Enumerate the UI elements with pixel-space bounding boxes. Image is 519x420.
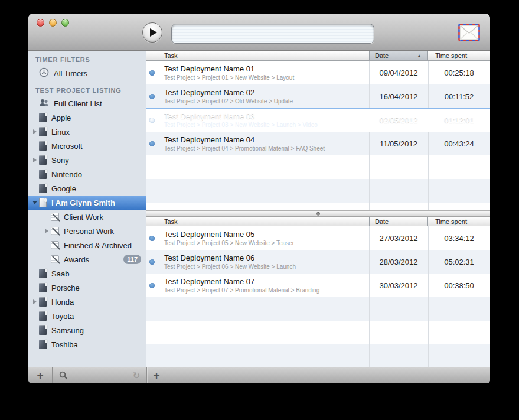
status-dot-icon: [149, 236, 155, 241]
magnifier-icon: [59, 371, 68, 380]
disclosure-collapsed-icon[interactable]: [33, 299, 37, 304]
empty-rows: [146, 297, 490, 367]
status-dot-icon: [149, 118, 155, 123]
table-row-selected[interactable]: Test Deployment Name 03 Test Project > P…: [146, 108, 490, 132]
bottom-table-body: Test Deployment Name 05 Test Project > P…: [146, 226, 490, 367]
sidebar-item-all-timers[interactable]: All Timers: [28, 66, 146, 80]
sidebar-item-awards[interactable]: Awards 117: [28, 252, 146, 266]
sidebar-section-project-listing: TEST PROJECT LISTING: [28, 86, 146, 95]
column-header-time-spent[interactable]: Time spent: [428, 217, 490, 226]
bottom-table-header: Task Date Time spent: [146, 217, 490, 226]
disclosure-collapsed-icon[interactable]: [33, 158, 37, 162]
disclosure-expanded-icon[interactable]: [32, 201, 37, 204]
client-book-icon: [39, 269, 47, 278]
add-task-button[interactable]: +: [146, 367, 167, 383]
client-book-icon: [39, 297, 47, 307]
status-dot-icon: [149, 141, 155, 146]
client-book-icon: [39, 340, 47, 349]
client-book-icon: [39, 311, 47, 321]
sidebar-item-nintendo[interactable]: Nintendo: [28, 167, 146, 181]
sidebar-item-finished-archived[interactable]: Finished & Archived: [28, 238, 146, 252]
sidebar-section-timer-filters: TIMER FILTERS: [28, 56, 146, 64]
notepad-icon: [51, 241, 59, 249]
search-button[interactable]: [53, 367, 73, 383]
sidebar-item-samsung[interactable]: Samsung: [28, 323, 146, 337]
sidebar-item-apple[interactable]: Apple: [28, 110, 146, 125]
task-list-area: Task Date ▲ Time spent Test Deployment N…: [146, 51, 490, 367]
sidebar-item-client-work[interactable]: Client Work: [28, 210, 146, 224]
sidebar-item-i-am-glynn-smith[interactable]: I Am Glynn Smith: [28, 196, 146, 210]
app-window: TIMER FILTERS All Timers TEST PROJECT LI…: [28, 14, 490, 383]
airmail-envelope-icon[interactable]: [458, 24, 480, 41]
sidebar-item-porsche[interactable]: Porsche: [28, 281, 146, 295]
sort-ascending-icon: ▲: [417, 51, 422, 61]
notepad-icon: [51, 255, 59, 263]
status-dot-icon: [149, 283, 155, 288]
minimize-button[interactable]: [49, 19, 57, 27]
pane-splitter[interactable]: [146, 210, 490, 217]
client-book-icon: [39, 127, 47, 136]
timer-display-field[interactable]: [171, 24, 374, 44]
status-dot-icon: [149, 70, 155, 76]
client-book-icon: [39, 283, 47, 292]
client-book-icon: [39, 113, 47, 122]
toolbar: [28, 14, 490, 51]
column-header-task[interactable]: Task: [164, 218, 178, 225]
start-timer-button[interactable]: [142, 22, 162, 43]
column-header-date[interactable]: Date: [369, 217, 428, 226]
column-header-time-spent[interactable]: Time spent: [428, 51, 490, 60]
status-dot-icon: [149, 94, 155, 99]
people-icon: [39, 99, 49, 109]
sidebar-item-toshiba[interactable]: Toshiba: [28, 337, 146, 351]
splitter-handle-icon: [316, 212, 320, 216]
table-row[interactable]: Test Deployment Name 05 Test Project > P…: [146, 226, 490, 250]
client-book-icon: [39, 155, 47, 165]
notepad-icon: [51, 213, 59, 221]
disclosure-collapsed-icon[interactable]: [33, 129, 37, 134]
play-icon: [150, 28, 157, 37]
refresh-button[interactable]: ↻: [128, 367, 145, 383]
sidebar-item-honda[interactable]: Honda: [28, 295, 146, 309]
table-row[interactable]: Test Deployment Name 04 Test Project > P…: [146, 132, 490, 155]
sidebar-item-microsoft[interactable]: Microsoft: [28, 139, 146, 153]
sidebar-item-google[interactable]: Google: [28, 181, 146, 196]
table-row[interactable]: Test Deployment Name 07 Test Project > P…: [146, 274, 490, 297]
status-dot-icon: [149, 259, 155, 265]
table-row[interactable]: Test Deployment Name 01 Test Project > P…: [146, 61, 490, 84]
client-book-icon: [39, 198, 47, 207]
add-client-button[interactable]: +: [28, 367, 52, 383]
client-book-icon: [39, 184, 47, 193]
top-table-body: Test Deployment Name 01 Test Project > P…: [146, 61, 490, 210]
column-header-date[interactable]: Date ▲: [369, 51, 428, 60]
zoom-button[interactable]: [61, 19, 69, 27]
client-book-icon: [39, 325, 47, 335]
disclosure-collapsed-icon[interactable]: [45, 229, 48, 233]
empty-rows: [146, 155, 490, 210]
column-header-task[interactable]: Task: [164, 52, 178, 59]
sidebar-item-sony[interactable]: Sony: [28, 153, 146, 167]
table-row[interactable]: Test Deployment Name 06 Test Project > P…: [146, 250, 490, 274]
sidebar-item-toyota[interactable]: Toyota: [28, 309, 146, 323]
client-book-icon: [39, 170, 47, 179]
clock-icon: [39, 67, 49, 79]
sidebar-item-personal-work[interactable]: Personal Work: [28, 224, 146, 238]
sidebar-item-full-client-list[interactable]: Full Client List: [28, 96, 146, 110]
client-book-icon: [39, 141, 47, 151]
bottom-bar: + ↻ +: [28, 367, 490, 383]
notepad-icon: [51, 227, 59, 235]
close-button[interactable]: [37, 19, 44, 27]
table-row[interactable]: Test Deployment Name 02 Test Project > P…: [146, 84, 490, 108]
sidebar-item-linux[interactable]: Linux: [28, 125, 146, 139]
sidebar-item-saab[interactable]: Saab: [28, 266, 146, 281]
top-table-header: Task Date ▲ Time spent: [146, 51, 490, 61]
sidebar: TIMER FILTERS All Timers TEST PROJECT LI…: [28, 51, 146, 367]
count-badge: 117: [123, 255, 141, 264]
